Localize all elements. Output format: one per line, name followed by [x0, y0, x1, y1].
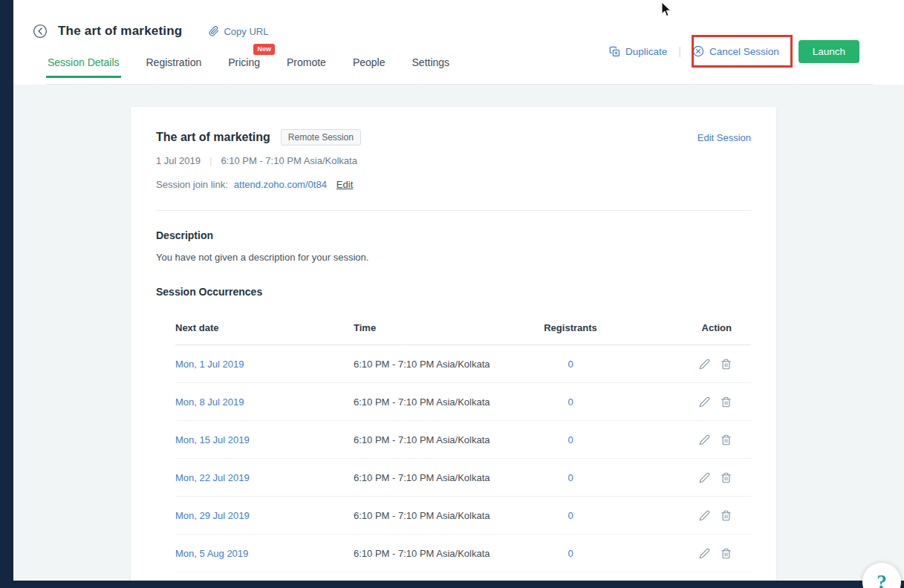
occurrences-table: Next date Time Registrants Action Mon, 1…: [175, 311, 751, 581]
duplicate-icon: [609, 46, 620, 57]
tab-settings[interactable]: Settings: [411, 56, 452, 78]
session-join-link[interactable]: attend.zoho.com/0t84: [234, 179, 327, 190]
session-tabs: Session Details Registration Pricing New…: [46, 56, 451, 78]
occurrence-row: Mon, 12 Aug 2019 6:10 PM - 7:10 PM Asia/…: [175, 572, 751, 581]
cancel-circle-x-icon: [692, 45, 704, 57]
occurrence-registrants-count[interactable]: 0: [526, 359, 615, 370]
description-heading: Description: [156, 229, 751, 241]
edit-occurrence-icon[interactable]: [699, 434, 710, 445]
tab-pricing[interactable]: Pricing New: [227, 56, 261, 78]
occurrence-date-link[interactable]: Mon, 22 Jul 2019: [175, 472, 354, 483]
paperclip-icon: [209, 26, 219, 36]
join-link-label: Session join link:: [156, 179, 228, 190]
session-type-badge: Remote Session: [281, 129, 361, 146]
tab-registration[interactable]: Registration: [145, 56, 204, 78]
session-time: 6:10 PM - 7:10 PM Asia/Kolkata: [221, 155, 357, 166]
duplicate-button[interactable]: Duplicate: [609, 46, 667, 57]
session-details-card: The art of marketing Remote Session Edit…: [131, 107, 776, 581]
column-header-time: Time: [354, 322, 526, 333]
app-window: The art of marketing Copy URL Session De…: [13, 0, 904, 581]
occurrence-registrants-count[interactable]: 0: [526, 472, 615, 483]
occurrence-registrants-count[interactable]: 0: [526, 396, 615, 408]
tab-promote[interactable]: Promote: [285, 56, 328, 78]
occurrences-heading: Session Occurrences: [156, 286, 751, 298]
tab-session-details[interactable]: Session Details: [46, 56, 121, 78]
section-divider: [156, 210, 751, 211]
occurrence-date-link[interactable]: Mon, 8 Jul 2019: [175, 396, 354, 408]
delete-occurrence-icon[interactable]: [721, 396, 732, 408]
delete-occurrence-icon[interactable]: [721, 510, 732, 521]
tab-people[interactable]: People: [351, 56, 387, 78]
card-title-row: The art of marketing Remote Session Edit…: [156, 129, 751, 146]
session-datetime-row: 1 Jul 2019 | 6:10 PM - 7:10 PM Asia/Kolk…: [156, 155, 751, 166]
occurrence-time: 6:10 PM - 7:10 PM Asia/Kolkata: [354, 548, 526, 559]
occurrence-time: 6:10 PM - 7:10 PM Asia/Kolkata: [354, 359, 526, 370]
tab-pricing-label: Pricing: [228, 56, 260, 68]
header-actions: Duplicate | Cancel Session Launch: [609, 39, 859, 63]
copy-url-button[interactable]: Copy URL: [209, 26, 268, 37]
title-row: The art of marketing Copy URL: [33, 24, 268, 39]
occurrence-date-link[interactable]: Mon, 15 Jul 2019: [175, 434, 354, 445]
edit-occurrence-icon[interactable]: [699, 359, 710, 370]
occurrence-actions: [615, 359, 751, 370]
occurrence-registrants-count[interactable]: 0: [526, 548, 615, 559]
copy-url-label: Copy URL: [224, 26, 268, 37]
occurrence-actions: [615, 434, 751, 445]
main-content: The art of marketing Remote Session Edit…: [13, 85, 904, 581]
edit-occurrence-icon[interactable]: [699, 510, 710, 521]
delete-occurrence-icon[interactable]: [721, 434, 732, 445]
occurrence-actions: [615, 548, 751, 559]
edit-occurrence-icon[interactable]: [699, 396, 710, 408]
new-badge: New: [253, 44, 275, 55]
session-date: 1 Jul 2019: [156, 155, 201, 166]
delete-occurrence-icon[interactable]: [721, 472, 732, 483]
back-button[interactable]: [33, 24, 48, 39]
edit-occurrence-icon[interactable]: [699, 472, 710, 483]
cancel-session-label: Cancel Session: [709, 46, 779, 57]
occurrence-date-link[interactable]: Mon, 5 Aug 2019: [175, 548, 354, 559]
occurrence-actions: [615, 472, 751, 483]
join-link-row: Session join link: attend.zoho.com/0t84 …: [156, 179, 751, 190]
occurrence-time: 6:10 PM - 7:10 PM Asia/Kolkata: [354, 434, 526, 445]
edit-session-link[interactable]: Edit Session: [697, 132, 751, 143]
occurrence-row: Mon, 1 Jul 2019 6:10 PM - 7:10 PM Asia/K…: [175, 345, 751, 383]
delete-occurrence-icon[interactable]: [721, 359, 732, 370]
occurrence-row: Mon, 8 Jul 2019 6:10 PM - 7:10 PM Asia/K…: [175, 383, 751, 421]
occurrence-row: Mon, 15 Jul 2019 6:10 PM - 7:10 PM Asia/…: [175, 421, 751, 459]
page-title: The art of marketing: [58, 24, 182, 39]
column-header-next-date: Next date: [175, 322, 354, 333]
actions-separator: |: [678, 45, 681, 57]
occurrence-actions: [615, 396, 751, 408]
duplicate-label: Duplicate: [625, 46, 667, 57]
occurrence-date-link[interactable]: Mon, 29 Jul 2019: [175, 510, 354, 521]
occurrence-row: Mon, 29 Jul 2019 6:10 PM - 7:10 PM Asia/…: [175, 497, 751, 535]
occurrence-time: 6:10 PM - 7:10 PM Asia/Kolkata: [354, 396, 526, 408]
launch-button[interactable]: Launch: [799, 40, 859, 63]
occurrence-date-link[interactable]: Mon, 1 Jul 2019: [175, 359, 354, 370]
edit-join-link[interactable]: Edit: [336, 179, 353, 190]
occurrence-time: 6:10 PM - 7:10 PM Asia/Kolkata: [354, 510, 526, 521]
edit-occurrence-icon[interactable]: [699, 548, 710, 559]
cancel-session-button[interactable]: Cancel Session: [692, 45, 779, 57]
column-header-action: Action: [615, 322, 751, 333]
session-header: The art of marketing Copy URL Session De…: [13, 0, 904, 85]
description-empty-text: You have not given a description for you…: [156, 252, 751, 263]
datetime-separator: |: [209, 155, 212, 166]
occurrence-time: 6:10 PM - 7:10 PM Asia/Kolkata: [354, 472, 526, 483]
occurrence-registrants-count[interactable]: 0: [526, 434, 615, 445]
occurrence-registrants-count[interactable]: 0: [526, 510, 615, 521]
delete-occurrence-icon[interactable]: [721, 548, 732, 559]
help-question-icon: ?: [877, 571, 887, 588]
back-icon: [33, 24, 48, 39]
occurrence-row: Mon, 5 Aug 2019 6:10 PM - 7:10 PM Asia/K…: [175, 535, 751, 572]
occurrence-row: Mon, 22 Jul 2019 6:10 PM - 7:10 PM Asia/…: [175, 459, 751, 497]
column-header-registrants: Registrants: [526, 322, 615, 333]
occurrence-actions: [615, 510, 751, 521]
session-title: The art of marketing: [156, 131, 270, 144]
table-header-row: Next date Time Registrants Action: [175, 311, 751, 345]
